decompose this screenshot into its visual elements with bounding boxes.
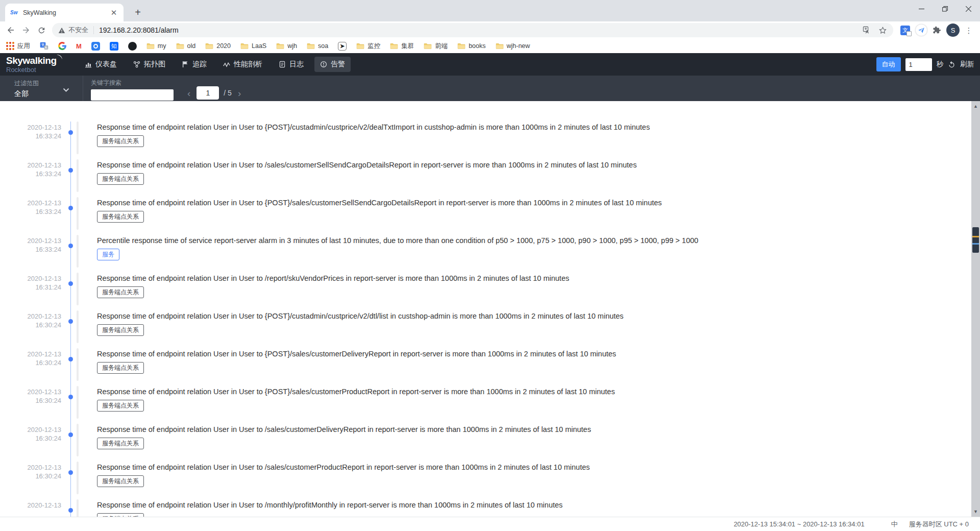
timeline-dot-icon [68,395,73,399]
folder-icon [240,42,249,50]
alarm-date: 2020-12-13 [0,388,61,396]
profile-icon [223,61,230,68]
nav-item-alarm[interactable]: 告警 [314,57,351,72]
topology-icon [133,61,140,68]
nav-item-log[interactable]: 日志 [273,57,309,72]
tab-close-icon[interactable]: ✕ [109,8,118,17]
url-text[interactable]: 192.168.2.20:8081/alarm [99,26,855,34]
bookmark-label: my [158,42,166,50]
nav-label: 追踪 [192,60,207,69]
bookmark-item[interactable]: 知 [110,42,118,51]
nav-item-dashboard[interactable]: 仪表盘 [79,57,122,72]
alarm-item: 2020-12-13 16:33:24 Percentile response … [0,234,980,272]
nav-item-topology[interactable]: 拓扑图 [128,57,171,72]
window-close-button[interactable] [957,0,980,17]
timeline-dot-icon [68,432,73,437]
not-secure-warning-icon[interactable] [58,27,65,34]
bookmark-item[interactable]: old [176,42,196,50]
bookmark-item[interactable]: 监控 [356,42,380,51]
bookmark-item[interactable]: 集群 [390,42,414,51]
bookmark-item[interactable]: M [76,42,82,50]
bookmark-item[interactable]: wjh [276,42,297,50]
bookmark-item[interactable]: 前端 [424,42,448,51]
timeline-dot-icon [68,470,73,475]
bookmark-item[interactable]: wjh-new [496,42,530,50]
puzzle-extensions-icon[interactable] [933,26,941,35]
time-range[interactable]: 2020-12-13 15:34:01 ~ 2020-12-13 16:34:0… [733,520,864,528]
nav-label: 拓扑图 [144,60,165,69]
bookmark-item[interactable] [58,42,66,50]
bookmark-item[interactable]: 应用 [6,42,30,51]
translate-icon [40,42,48,51]
bookmark-item[interactable] [128,42,137,51]
nav-item-trace[interactable]: 追踪 [176,57,212,72]
alarm-tag: 服务端点关系 [97,324,144,336]
reload-button[interactable] [34,22,49,38]
bookmark-item[interactable]: LaaS [240,42,266,50]
page-number-input[interactable]: 1 [197,86,219,100]
scope-value[interactable]: 全部 [14,89,83,99]
forward-button[interactable] [18,22,34,38]
bookmark-item[interactable] [91,42,100,51]
next-page-icon[interactable]: › [236,88,242,98]
bookmark-item[interactable]: books [457,42,485,50]
scrollbar-thumb[interactable] [972,227,979,253]
vertical-scrollbar[interactable]: ▲ ▼ [971,101,980,517]
bookmark-item[interactable]: ➤ [338,42,347,51]
new-tab-button[interactable]: + [131,6,145,20]
bookmark-item[interactable]: soa [307,42,328,50]
bookmark-star-icon[interactable] [878,26,887,35]
alarm-item: 2020-12-13 16:30:24 Response time of end… [0,347,980,385]
profile-avatar[interactable]: S [946,23,960,37]
bird-extension-icon[interactable] [915,24,927,36]
security-label[interactable]: 不安全 [68,26,88,35]
alarm-timestamp: 2020-12-13 16:30:24 [0,463,61,480]
alarm-message: Response time of endpoint relation User … [97,388,980,396]
browser-menu-icon[interactable]: ⋮ [965,29,973,32]
skywalking-favicon-icon: Sw [10,8,19,17]
skywalking-logo[interactable]: Skywalking Rocketbot [6,56,63,73]
alarm-time: 16:33:24 [0,132,61,140]
nav-item-profile[interactable]: 性能剖析 [217,57,268,72]
keyword-label: 关键字搜索 [91,79,174,87]
nav-label: 日志 [289,60,304,69]
alarm-date: 2020-12-13 [0,274,61,283]
alarm-list: 2020-12-13 16:33:24 Response time of end… [0,101,980,517]
bookmark-item[interactable]: 2020 [205,42,231,50]
interval-input[interactable] [905,58,932,71]
alarm-tag: 服务端点关系 [97,173,144,185]
language-toggle[interactable]: 中 [891,520,898,529]
bookmark-item[interactable]: my [146,42,166,50]
folder-icon [496,42,504,50]
keyword-search-input[interactable] [91,89,174,101]
folder-icon [146,42,155,50]
scroll-up-icon[interactable]: ▲ [971,102,980,110]
bookmark-label: 集群 [401,42,414,51]
browser-tab[interactable]: Sw SkyWalking ✕ [5,4,124,21]
prev-page-icon[interactable]: ‹ [186,88,192,98]
window-restore-button[interactable] [933,0,957,17]
window-minimize-button[interactable] [910,0,933,17]
bookmark-label: old [187,42,196,50]
translate-extension-icon[interactable]: 文 [900,26,910,35]
back-button[interactable] [3,22,18,38]
alarm-date: 2020-12-13 [0,350,61,358]
alarm-message: Response time of endpoint relation User … [97,463,980,471]
scope-dropdown[interactable]: 过滤范围 全部 [0,76,83,101]
refresh-icon[interactable] [948,61,955,68]
alarm-timestamp: 2020-12-13 16:30:24 [0,425,61,443]
pagination: ‹ 1 / 5 › [186,76,242,101]
address-bar[interactable]: 不安全 192.168.2.20:8081/alarm [52,23,893,37]
bookmark-item[interactable] [40,42,48,51]
alarm-time: 16:30:24 [0,321,61,329]
url-divider [93,26,94,34]
refresh-label[interactable]: 刷新 [960,60,974,69]
alarm-timestamp: 2020-12-13 16:33:24 [0,123,61,140]
translate-page-icon[interactable] [863,26,871,35]
scroll-down-icon[interactable]: ▼ [971,508,980,516]
alarm-item: 2020-12-13 16:30:24 Response time of end… [0,423,980,461]
filter-bar: 过滤范围 全部 关键字搜索 ‹ 1 / 5 › [0,76,980,101]
alarm-date: 2020-12-13 [0,236,61,245]
auto-refresh-button[interactable]: 自动 [876,57,901,71]
timeline-dot-icon [68,508,73,513]
